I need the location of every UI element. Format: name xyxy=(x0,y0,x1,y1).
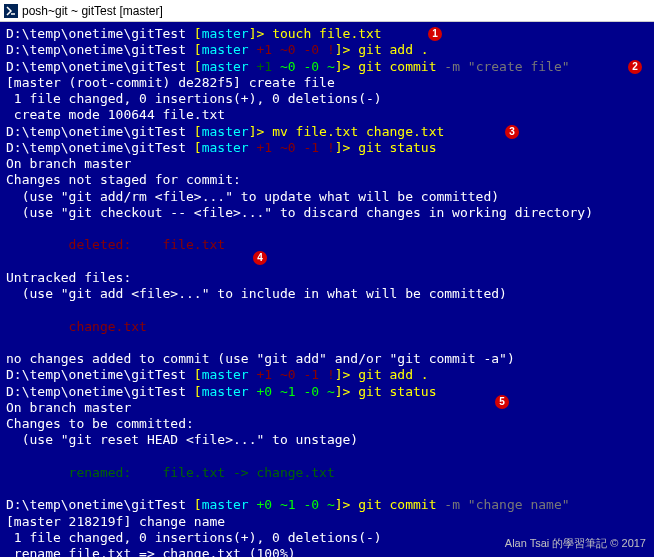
output-line: (use "git add/rm <file>..." to update wh… xyxy=(6,189,648,205)
output-line: Changes to be committed: xyxy=(6,416,648,432)
output-line: (use "git reset HEAD <file>..." to unsta… xyxy=(6,432,648,448)
output-line: [master 218219f] change name xyxy=(6,514,648,530)
status-deleted: deleted: file.txt xyxy=(6,237,648,253)
annotation-5: 5 xyxy=(495,395,509,409)
output-line xyxy=(6,302,648,318)
cmd-line: D:\temp\onetime\gitTest [master +1 ~0 -1… xyxy=(6,140,648,156)
output-line: [master (root-commit) de282f5] create fi… xyxy=(6,75,648,91)
output-line: (use "git add <file>..." to include in w… xyxy=(6,286,648,302)
output-line: On branch master xyxy=(6,156,648,172)
annotation-2: 2 xyxy=(628,60,642,74)
powershell-icon xyxy=(4,4,18,18)
status-untracked: change.txt xyxy=(6,319,648,335)
output-line: 1 file changed, 0 insertions(+), 0 delet… xyxy=(6,91,648,107)
output-line: Changes not staged for commit: xyxy=(6,172,648,188)
terminal-content[interactable]: D:\temp\onetime\gitTest [master]> touch … xyxy=(0,22,654,557)
output-line: create mode 100644 file.txt xyxy=(6,107,648,123)
annotation-1: 1 xyxy=(428,27,442,41)
output-line xyxy=(6,449,648,465)
watermark: Alan Tsai 的學習筆記 © 2017 xyxy=(505,536,646,551)
cmd-line: D:\temp\onetime\gitTest [master +0 ~1 -0… xyxy=(6,384,648,400)
output-line xyxy=(6,254,648,270)
annotation-4: 4 xyxy=(253,251,267,265)
cmd-line: D:\temp\onetime\gitTest [master]> touch … xyxy=(6,26,648,42)
output-line: (use "git checkout -- <file>..." to disc… xyxy=(6,205,648,221)
cmd-line: D:\temp\onetime\gitTest [master +1 ~0 -0… xyxy=(6,42,648,58)
output-line: no changes added to commit (use "git add… xyxy=(6,351,648,367)
title-bar: posh~git ~ gitTest [master] xyxy=(0,0,654,22)
cmd-line: D:\temp\onetime\gitTest [master +1 ~0 -0… xyxy=(6,59,648,75)
output-line xyxy=(6,221,648,237)
status-renamed: renamed: file.txt -> change.txt xyxy=(6,465,648,481)
cmd-line: D:\temp\onetime\gitTest [master]> mv fil… xyxy=(6,124,648,140)
output-line: Untracked files: xyxy=(6,270,648,286)
output-line xyxy=(6,481,648,497)
annotation-3: 3 xyxy=(505,125,519,139)
window-title: posh~git ~ gitTest [master] xyxy=(22,4,163,18)
output-line: On branch master xyxy=(6,400,648,416)
cmd-line: D:\temp\onetime\gitTest [master +1 ~0 -1… xyxy=(6,367,648,383)
output-line xyxy=(6,335,648,351)
cmd-line: D:\temp\onetime\gitTest [master +0 ~1 -0… xyxy=(6,497,648,513)
